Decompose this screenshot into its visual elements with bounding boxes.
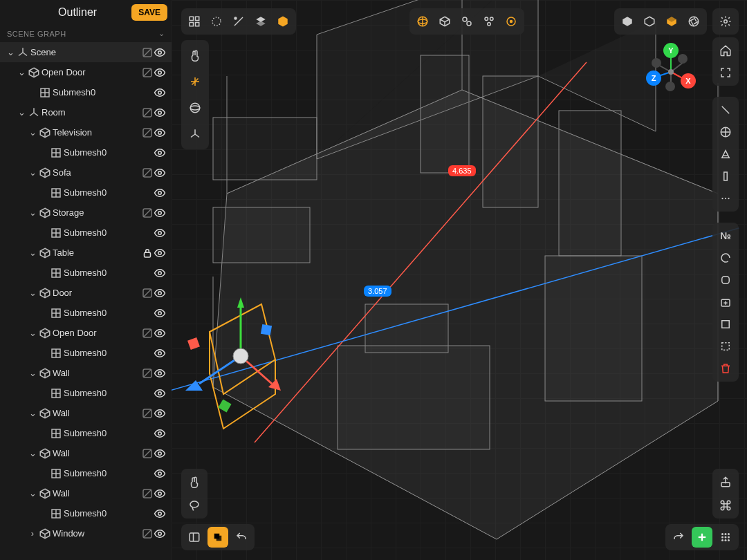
tree-row[interactable]: ⌄Room <box>0 102 172 122</box>
axis-gizmo[interactable]: X Y Z <box>643 41 699 97</box>
visibility-icon[interactable] <box>154 247 166 259</box>
gear-icon[interactable] <box>715 11 736 32</box>
shader-off-icon[interactable] <box>141 127 154 139</box>
axis-z-ball[interactable]: Z <box>646 71 661 86</box>
home-icon[interactable] <box>715 40 736 61</box>
column-icon[interactable] <box>715 166 736 187</box>
grid-cross-icon[interactable] <box>715 122 736 142</box>
visibility-icon[interactable] <box>154 367 166 380</box>
visibility-icon[interactable] <box>154 487 166 500</box>
square-icon[interactable] <box>715 314 736 335</box>
visibility-icon[interactable] <box>154 427 166 440</box>
visibility-icon[interactable] <box>154 147 166 159</box>
tree-row[interactable]: ⌄Wall <box>0 483 172 503</box>
tree-row[interactable]: ⌄Wall <box>0 443 172 463</box>
visibility-icon[interactable] <box>154 307 166 319</box>
disclosure-icon[interactable]: ⌄ <box>6 47 15 57</box>
lock-icon[interactable] <box>141 247 154 259</box>
shader-off-icon[interactable] <box>141 46 154 59</box>
firstaid-icon[interactable] <box>715 292 736 312</box>
shader-off-icon[interactable] <box>141 167 154 179</box>
shader-off-icon[interactable] <box>141 447 154 460</box>
visibility-icon[interactable] <box>154 528 166 540</box>
tree-row[interactable]: Submesh0 <box>0 82 172 102</box>
disclosure-icon[interactable]: ⌄ <box>28 488 37 498</box>
shader-off-icon[interactable] <box>141 106 154 119</box>
tree-row[interactable]: Submesh0 <box>0 423 172 443</box>
cube-shaded-icon[interactable] <box>661 11 682 32</box>
disclosure-icon[interactable]: ⌄ <box>17 107 26 118</box>
perspective-icon[interactable] <box>715 144 736 165</box>
disclosure-icon[interactable]: › <box>28 528 37 539</box>
shader-off-icon[interactable] <box>141 407 154 420</box>
disclosure-icon[interactable]: ⌄ <box>28 248 37 258</box>
hex-outline-icon[interactable] <box>206 11 227 32</box>
frame-icon[interactable] <box>715 62 736 83</box>
viewport-3d[interactable]: 4.635 3.057 <box>172 0 747 560</box>
tree-row[interactable]: ⌄Storage <box>0 203 172 223</box>
rounded-square-icon[interactable] <box>715 270 736 290</box>
shader-off-icon[interactable] <box>141 66 154 79</box>
save-button[interactable]: SAVE <box>131 4 167 21</box>
globe-icon[interactable] <box>412 11 433 32</box>
disclosure-icon[interactable]: ⌄ <box>28 448 37 458</box>
disclosure-icon[interactable]: ⌄ <box>28 408 37 418</box>
dots-icon[interactable] <box>715 188 736 209</box>
stack-icon[interactable] <box>250 11 271 32</box>
refresh-icon[interactable] <box>715 248 736 268</box>
tree-row[interactable]: Submesh0 <box>0 223 172 243</box>
cube-wire-icon[interactable] <box>639 11 660 32</box>
disclosure-icon[interactable]: ⌄ <box>28 288 37 298</box>
tree-row[interactable]: ›Window <box>0 523 172 543</box>
tree-row[interactable]: ⌄Table <box>0 243 172 263</box>
target-icon[interactable] <box>501 11 522 32</box>
grid-icon[interactable] <box>184 11 205 32</box>
visibility-icon[interactable] <box>154 327 166 339</box>
visibility-icon[interactable] <box>154 167 166 179</box>
visibility-icon[interactable] <box>154 66 166 79</box>
visibility-icon[interactable] <box>154 207 166 219</box>
visibility-icon[interactable] <box>154 227 166 239</box>
tree-row[interactable]: ⌄Television <box>0 122 172 142</box>
axis-x-ball[interactable]: X <box>681 73 696 88</box>
hex-solid-icon[interactable] <box>273 11 293 32</box>
trash-icon[interactable] <box>715 358 736 379</box>
disclosure-icon[interactable]: ⌄ <box>28 328 37 338</box>
shader-off-icon[interactable] <box>141 528 154 540</box>
tree-row[interactable]: Submesh0 <box>0 263 172 283</box>
aperture-icon[interactable] <box>683 11 704 32</box>
redo-icon[interactable] <box>668 527 689 548</box>
visibility-icon[interactable] <box>154 86 166 99</box>
axis-neg-ball-a[interactable] <box>678 54 688 64</box>
link-icon[interactable] <box>456 11 477 32</box>
visibility-icon[interactable] <box>154 447 166 460</box>
link-chain-icon[interactable] <box>479 11 499 32</box>
visibility-icon[interactable] <box>154 106 166 119</box>
visibility-icon[interactable] <box>154 467 166 480</box>
disclosure-icon[interactable]: ⌄ <box>28 127 37 138</box>
disclosure-icon[interactable]: ⌄ <box>28 207 37 218</box>
divide-icon[interactable] <box>228 11 249 32</box>
visibility-icon[interactable] <box>154 187 166 199</box>
axis-neg-ball-c[interactable] <box>665 82 675 91</box>
tree-row[interactable]: ⌄Sofa <box>0 162 172 183</box>
shader-off-icon[interactable] <box>141 487 154 500</box>
cube-solid-icon[interactable] <box>617 11 638 32</box>
tree-row[interactable]: Submesh0 <box>0 343 172 363</box>
visibility-icon[interactable] <box>154 267 166 279</box>
tree-row[interactable]: ⌄Door <box>0 283 172 303</box>
visibility-icon[interactable] <box>154 507 166 520</box>
number-icon[interactable]: № <box>715 225 736 246</box>
layers-icon[interactable] <box>208 527 228 548</box>
tree-row[interactable]: Submesh0 <box>0 463 172 483</box>
tree-row[interactable]: Submesh0 <box>0 183 172 203</box>
add-button[interactable] <box>692 527 712 548</box>
move-gizmo-icon[interactable] <box>184 71 206 93</box>
lasso-icon[interactable] <box>184 495 205 516</box>
disclosure-icon[interactable]: ⌄ <box>28 167 37 178</box>
tree-row[interactable]: ⌄Open Door <box>0 323 172 343</box>
hand-pan-icon[interactable] <box>184 472 205 492</box>
visibility-icon[interactable] <box>154 46 166 59</box>
select-hand-icon[interactable] <box>184 44 206 66</box>
shader-off-icon[interactable] <box>141 327 154 339</box>
